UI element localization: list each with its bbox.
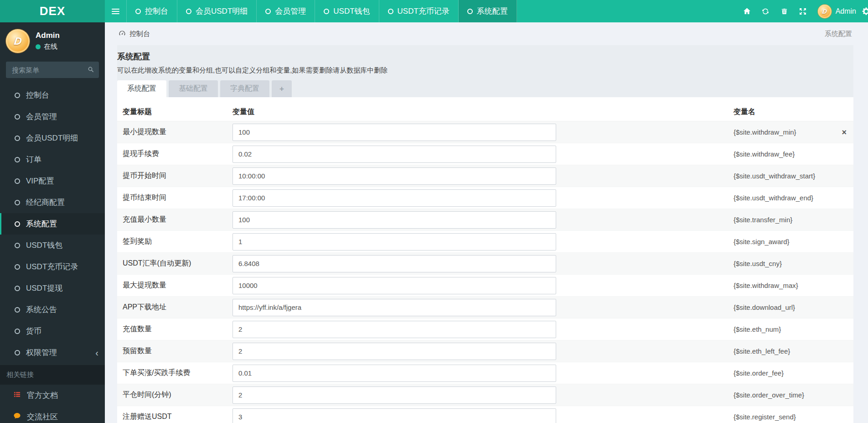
home-icon[interactable] bbox=[738, 0, 756, 22]
refresh-icon[interactable] bbox=[756, 0, 775, 22]
circle-icon bbox=[388, 9, 393, 14]
sidebar-item[interactable]: 会员USDT明细 bbox=[0, 127, 105, 149]
sidebar-item[interactable]: 货币 bbox=[0, 320, 105, 342]
table-row: 签到奖励{$site.sign_award} bbox=[117, 231, 853, 253]
sidebar-item-label: 货币 bbox=[26, 326, 41, 336]
sidebar-links: 官方文档交流社区QQ交流群 bbox=[0, 385, 105, 423]
topnav-tab[interactable]: USDT充币记录 bbox=[379, 0, 459, 22]
variable-name: {$site.withdraw_min} bbox=[734, 128, 796, 136]
sidebar-item[interactable]: 权限管理‹ bbox=[0, 342, 105, 363]
variable-value-input[interactable] bbox=[232, 343, 556, 360]
variable-name: {$site.usdt_cny} bbox=[734, 260, 782, 267]
circle-icon bbox=[324, 9, 329, 14]
table-body: 最小提现数量{$site.withdraw_min}×提现手续费{$site.w… bbox=[117, 121, 853, 423]
variable-title: USDT汇率(自动更新) bbox=[117, 259, 232, 268]
avatar: D bbox=[6, 29, 30, 53]
sidebar-item[interactable]: 系统公告 bbox=[0, 299, 105, 320]
table-header-row: 变量标题 变量值 变量名 bbox=[117, 103, 853, 121]
sidebar-item[interactable]: 订单 bbox=[0, 149, 105, 170]
variable-value-input[interactable] bbox=[232, 167, 556, 185]
sidebar-item[interactable]: VIP配置 bbox=[0, 170, 105, 192]
variable-value-input[interactable] bbox=[232, 146, 556, 163]
breadcrumb-right-label: 系统配置 bbox=[825, 30, 852, 38]
hamburger-menu-icon[interactable] bbox=[105, 0, 127, 22]
variable-value-input[interactable] bbox=[232, 211, 556, 229]
sidebar-item[interactable]: 控制台 bbox=[0, 84, 105, 106]
variable-value-input[interactable] bbox=[232, 233, 556, 251]
gear-icon[interactable] bbox=[862, 0, 868, 22]
trash-icon[interactable] bbox=[775, 0, 794, 22]
circle-icon bbox=[15, 329, 20, 334]
topnav-tab[interactable]: 控制台 bbox=[127, 0, 177, 22]
table-row: APP下载地址{$site.download_url} bbox=[117, 297, 853, 319]
sidebar-item[interactable]: 经纪商配置 bbox=[0, 192, 105, 213]
search-input[interactable] bbox=[6, 62, 99, 78]
sidebar-link-label: 官方文档 bbox=[27, 390, 58, 401]
sidebar-item-label: VIP配置 bbox=[26, 176, 54, 186]
sidebar-item[interactable]: USDT提现 bbox=[0, 277, 105, 299]
variable-value-input[interactable] bbox=[232, 255, 556, 272]
breadcrumb-left[interactable]: 控制台 bbox=[119, 30, 150, 38]
table-row: 提币开始时间{$site.usdt_withdraw_start} bbox=[117, 165, 853, 187]
sidebar-link[interactable]: 官方文档 bbox=[0, 385, 105, 406]
sidebar-item-label: USDT钱包 bbox=[26, 240, 62, 251]
topnav-tab[interactable]: 会员USDT明细 bbox=[177, 0, 257, 22]
circle-icon bbox=[15, 136, 20, 141]
table-row: 注册赠送USDT{$site.register_send} bbox=[117, 406, 853, 423]
user-menu[interactable]: D Admin bbox=[812, 5, 862, 18]
circle-icon bbox=[265, 9, 271, 14]
search-icon[interactable] bbox=[88, 66, 94, 75]
table-row: 充值数量{$site.eth_num} bbox=[117, 319, 853, 340]
variable-name: {$site.transfer_min} bbox=[734, 216, 792, 224]
variable-value-input[interactable] bbox=[232, 299, 556, 316]
variable-value-input[interactable] bbox=[232, 189, 556, 207]
sidebar-item-label: 经纪商配置 bbox=[26, 197, 65, 208]
table-row: 提现手续费{$site.withdraw_fee} bbox=[117, 143, 853, 165]
sidebar-item[interactable]: 系统配置 bbox=[0, 213, 105, 235]
circle-icon bbox=[15, 264, 20, 270]
app-logo[interactable]: DEX bbox=[0, 0, 105, 22]
variable-name: {$site.eth_num} bbox=[734, 325, 781, 333]
sidebar-item[interactable]: 会员管理 bbox=[0, 106, 105, 127]
circle-icon bbox=[15, 221, 20, 227]
variable-value-input[interactable] bbox=[232, 124, 556, 141]
variable-value-input[interactable] bbox=[232, 386, 556, 404]
sidebar-item[interactable]: USDT充币记录 bbox=[0, 256, 105, 277]
config-table: 变量标题 变量值 变量名 最小提现数量{$site.withdraw_min}×… bbox=[117, 97, 853, 423]
topnav-tab[interactable]: 会员管理 bbox=[257, 0, 315, 22]
column-header: 变量值 bbox=[232, 107, 556, 117]
user-name: Admin bbox=[36, 31, 60, 40]
sidebar-item[interactable]: USDT钱包 bbox=[0, 235, 105, 256]
remove-variable-icon[interactable]: × bbox=[842, 128, 847, 136]
variable-value-input[interactable] bbox=[232, 408, 556, 423]
config-tab[interactable]: 基础配置 bbox=[169, 80, 218, 97]
topnav-tab[interactable]: 系统配置 bbox=[459, 0, 517, 22]
circle-icon bbox=[15, 200, 20, 205]
sidebar-item-label: USDT充币记录 bbox=[26, 261, 78, 272]
variable-value-input[interactable] bbox=[232, 365, 556, 382]
column-header: 变量名 bbox=[556, 107, 853, 117]
online-status-dot bbox=[36, 44, 41, 49]
expand-icon[interactable] bbox=[794, 0, 812, 22]
config-tab[interactable]: 字典配置 bbox=[220, 80, 269, 97]
sidebar-item-label: 系统公告 bbox=[26, 304, 57, 315]
circle-icon bbox=[15, 178, 20, 184]
config-tab[interactable]: 系统配置 bbox=[117, 80, 166, 97]
add-tab-button[interactable]: + bbox=[272, 80, 292, 97]
topnav-tab[interactable]: USDT钱包 bbox=[315, 0, 379, 22]
variable-name: {$site.download_url} bbox=[734, 303, 795, 311]
table-row: USDT汇率(自动更新){$site.usdt_cny} bbox=[117, 253, 853, 275]
circle-icon bbox=[15, 114, 20, 120]
topnav-tab-label: USDT钱包 bbox=[333, 6, 370, 16]
sidebar-item-label: 系统配置 bbox=[26, 219, 57, 229]
dashboard-icon bbox=[119, 30, 126, 38]
variable-name: {$site.usdt_withdraw_end} bbox=[734, 194, 813, 202]
sidebar-item-label: 权限管理 bbox=[26, 347, 57, 358]
sidebar-link[interactable]: 交流社区 bbox=[0, 406, 105, 423]
variable-name: {$site.usdt_withdraw_start} bbox=[734, 172, 815, 180]
variable-value-input[interactable] bbox=[232, 277, 556, 294]
table-row: 最大提现数量{$site.withdraw_max} bbox=[117, 275, 853, 297]
variable-title: 提现手续费 bbox=[117, 149, 232, 159]
variable-value-input[interactable] bbox=[232, 321, 556, 338]
sidebar-user-panel: D Admin 在线 bbox=[0, 22, 105, 59]
